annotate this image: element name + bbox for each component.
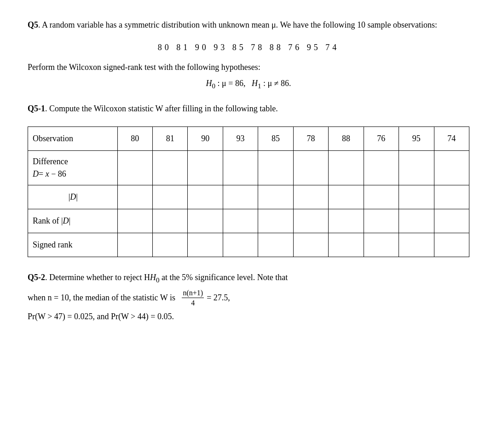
obs-95: 95 xyxy=(399,126,434,150)
q52-h0: H xyxy=(150,273,156,282)
q52-prob-text: Pr(W > 47) = 0.025, and Pr(W > 44) = 0.0… xyxy=(28,312,174,321)
wilcoxon-table: Observation 80 81 90 93 85 78 88 76 95 7… xyxy=(28,126,469,257)
rank-88 xyxy=(329,209,364,233)
srank-88 xyxy=(329,233,364,257)
q52-line1: Q5-2. Determine whether to reject HH0 at… xyxy=(28,270,469,287)
diff-81 xyxy=(153,150,188,185)
rank-93 xyxy=(223,209,258,233)
diff-90 xyxy=(188,150,223,185)
obs-74: 74 xyxy=(434,126,469,150)
h0-label: H0 : μ = 86, H1 : μ ≠ 86. xyxy=(206,79,291,88)
diff-78 xyxy=(293,150,328,185)
srank-90 xyxy=(188,233,223,257)
srank-93 xyxy=(223,233,258,257)
table-row-difference: DifferenceD= x − 86 xyxy=(28,150,469,185)
label-signed-rank: Signed rank xyxy=(28,233,118,257)
absd-95 xyxy=(399,185,434,209)
rank-78 xyxy=(293,209,328,233)
srank-81 xyxy=(153,233,188,257)
q52-line3: Pr(W > 47) = 0.025, and Pr(W > 44) = 0.0… xyxy=(28,309,469,324)
absd-81 xyxy=(153,185,188,209)
q51-text: . Compute the Wilcoxon statistic W after… xyxy=(45,104,278,113)
table-row-signed-rank: Signed rank xyxy=(28,233,469,257)
srank-95 xyxy=(399,233,434,257)
rank-90 xyxy=(188,209,223,233)
fraction-numerator: n(n+1) xyxy=(182,288,204,298)
diff-76 xyxy=(364,150,399,185)
obs-93: 93 xyxy=(223,126,258,150)
obs-76: 76 xyxy=(364,126,399,150)
q52-when-text: when n = 10, the median of the statistic… xyxy=(28,290,175,305)
q52-text2: at the 5% significance level. Note that xyxy=(159,273,288,282)
diff-88 xyxy=(329,150,364,185)
q52-fraction: n(n+1) 4 xyxy=(182,288,204,307)
table-row-rank: Rank of |D| xyxy=(28,209,469,233)
obs-88: 88 xyxy=(329,126,364,150)
absd-85 xyxy=(258,185,293,209)
q52-equals: = 27.5, xyxy=(207,290,230,305)
obs-78: 78 xyxy=(293,126,328,150)
obs-85: 85 xyxy=(258,126,293,150)
q5-intro-text: . A random variable has a symmetric dist… xyxy=(38,20,437,29)
label-difference: DifferenceD= x − 86 xyxy=(28,150,118,185)
diff-74 xyxy=(434,150,469,185)
fraction-denominator: 4 xyxy=(190,298,196,307)
rank-95 xyxy=(399,209,434,233)
diff-93 xyxy=(223,150,258,185)
absd-76 xyxy=(364,185,399,209)
rank-76 xyxy=(364,209,399,233)
q52-text1: . Determine whether to reject H xyxy=(45,273,150,282)
label-abs-d: |D| xyxy=(28,185,118,209)
q5-intro: Q5. A random variable has a symmetric di… xyxy=(28,18,469,32)
rank-81 xyxy=(153,209,188,233)
absd-88 xyxy=(329,185,364,209)
hypotheses-line: H0 : μ = 86, H1 : μ ≠ 86. xyxy=(28,77,469,92)
q52-space xyxy=(177,290,179,305)
srank-85 xyxy=(258,233,293,257)
absd-80 xyxy=(117,185,152,209)
label-rank: Rank of |D| xyxy=(28,209,118,233)
diff-80 xyxy=(117,150,152,185)
rank-85 xyxy=(258,209,293,233)
q52-block: Q5-2. Determine whether to reject HH0 at… xyxy=(28,270,469,324)
absd-90 xyxy=(188,185,223,209)
q5-bold-label: Q5 xyxy=(28,20,38,29)
srank-76 xyxy=(364,233,399,257)
diff-85 xyxy=(258,150,293,185)
q52-line2: when n = 10, the median of the statistic… xyxy=(28,288,469,307)
diff-95 xyxy=(399,150,434,185)
rank-80 xyxy=(117,209,152,233)
perform-text: Perform the Wilcoxon signed-rank test wi… xyxy=(28,61,469,74)
q51-block: Q5-1. Compute the Wilcoxon statistic W a… xyxy=(28,102,469,115)
srank-80 xyxy=(117,233,152,257)
observations-row: 80 81 90 93 85 78 88 76 95 74 xyxy=(28,43,469,52)
table-row-observation: Observation 80 81 90 93 85 78 88 76 95 7… xyxy=(28,126,469,150)
absd-93 xyxy=(223,185,258,209)
observations-values: 80 81 90 93 85 78 88 76 95 74 xyxy=(158,43,340,52)
table-row-abs-d: |D| xyxy=(28,185,469,209)
obs-80: 80 xyxy=(117,126,152,150)
perform-block: Perform the Wilcoxon signed-rank test wi… xyxy=(28,61,469,91)
q51-bold: Q5-1 xyxy=(28,104,45,113)
absd-78 xyxy=(293,185,328,209)
obs-81: 81 xyxy=(153,126,188,150)
srank-78 xyxy=(293,233,328,257)
obs-90: 90 xyxy=(188,126,223,150)
srank-74 xyxy=(434,233,469,257)
rank-74 xyxy=(434,209,469,233)
label-observation: Observation xyxy=(28,126,118,150)
q52-bold: Q5-2 xyxy=(28,273,45,282)
absd-74 xyxy=(434,185,469,209)
